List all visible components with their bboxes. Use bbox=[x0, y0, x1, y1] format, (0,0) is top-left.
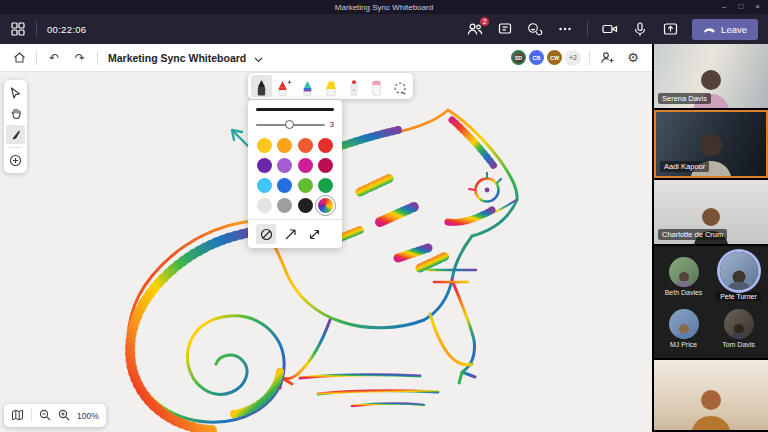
lasso-select[interactable] bbox=[389, 75, 410, 97]
pan-tool[interactable] bbox=[6, 104, 25, 123]
participant-video-tile[interactable]: Serena Davis bbox=[654, 44, 768, 108]
participants-sidebar: Serena Davis Aadi Kapoor Charlotte de Cr… bbox=[652, 44, 768, 432]
arrow-options bbox=[256, 224, 334, 244]
zoom-out-icon[interactable] bbox=[39, 407, 51, 425]
color-swatch[interactable] bbox=[257, 138, 272, 153]
presence-overflow-count[interactable]: +2 bbox=[565, 50, 581, 66]
participant-name: Tom Davis bbox=[722, 341, 755, 348]
insert-tool[interactable] bbox=[6, 151, 25, 170]
participant-name: Serena Davis bbox=[658, 93, 711, 104]
red-sparkle-pen[interactable] bbox=[274, 75, 295, 97]
avatar bbox=[669, 257, 699, 287]
zoom-in-icon[interactable] bbox=[58, 407, 70, 425]
thickness-slider[interactable] bbox=[256, 124, 325, 126]
leave-label: Leave bbox=[721, 24, 747, 35]
color-swatch[interactable] bbox=[318, 158, 333, 173]
redo-button[interactable]: ↷ bbox=[71, 49, 89, 67]
participant-name: Pete Turner bbox=[716, 292, 761, 301]
chat-icon[interactable] bbox=[497, 21, 513, 37]
avatar-speaking bbox=[720, 252, 758, 290]
audio-participant-speaking[interactable]: Pete Turner bbox=[711, 250, 766, 302]
color-swatches bbox=[256, 138, 334, 213]
camera-icon[interactable] bbox=[602, 21, 618, 37]
meeting-toolbar: 00:22:06 2 bbox=[0, 14, 768, 44]
board-title-chevron-icon[interactable] bbox=[254, 49, 263, 67]
reactions-icon[interactable] bbox=[527, 21, 543, 37]
home-button[interactable] bbox=[10, 49, 28, 67]
meeting-timer: 00:22:06 bbox=[47, 24, 86, 35]
minimap-icon[interactable] bbox=[11, 407, 24, 425]
board-title: Marketing Sync Whiteboard bbox=[108, 52, 246, 64]
color-swatch[interactable] bbox=[277, 178, 292, 193]
presence-avatars[interactable]: SD CB CW +2 bbox=[511, 50, 581, 66]
participants-badge: 2 bbox=[479, 16, 490, 27]
tool-rail bbox=[4, 80, 27, 173]
avatar bbox=[724, 309, 754, 339]
color-swatch[interactable] bbox=[277, 198, 292, 213]
microphone-icon[interactable] bbox=[632, 21, 648, 37]
presence-avatar[interactable]: SD bbox=[511, 50, 526, 65]
color-swatch[interactable] bbox=[298, 138, 313, 153]
participants-icon[interactable]: 2 bbox=[467, 21, 483, 37]
galaxy-pen[interactable] bbox=[297, 75, 318, 97]
color-swatch[interactable] bbox=[257, 198, 272, 213]
color-swatch[interactable] bbox=[298, 178, 313, 193]
audio-participant[interactable]: Tom Davis bbox=[711, 302, 766, 354]
maximize-button[interactable]: □ bbox=[738, 0, 743, 14]
close-button[interactable]: × bbox=[755, 0, 760, 14]
teams-window: Marketing Sync Whiteboard bbox=[0, 0, 768, 432]
participant-name: MJ Price bbox=[670, 341, 697, 348]
double-arrow-option[interactable] bbox=[304, 224, 324, 244]
zoom-bar: 100% bbox=[4, 404, 106, 427]
participant-name: Beth Davies bbox=[665, 289, 703, 296]
color-swatch[interactable] bbox=[277, 158, 292, 173]
participant-video-tile[interactable] bbox=[654, 360, 768, 430]
share-screen-icon[interactable] bbox=[662, 21, 678, 37]
rainbow-swatch-selected[interactable] bbox=[318, 198, 333, 213]
audio-participants-tile: Beth Davies Pete Turner MJ Price bbox=[654, 246, 768, 358]
participant-video-tile-active[interactable]: Aadi Kapoor bbox=[654, 110, 768, 178]
whiteboard-toolbar: ↶ ↷ Marketing Sync Whiteboard SD CB CW +… bbox=[0, 44, 652, 72]
audio-participant[interactable]: MJ Price bbox=[656, 302, 711, 354]
color-swatch[interactable] bbox=[318, 178, 333, 193]
zoom-level[interactable]: 100% bbox=[77, 411, 99, 421]
thickness-value: 3 bbox=[330, 120, 334, 129]
color-swatch[interactable] bbox=[257, 178, 272, 193]
no-arrow-option[interactable] bbox=[256, 224, 276, 244]
settings-gear-icon[interactable]: ⚙ bbox=[624, 49, 642, 67]
whiteboard-canvas[interactable]: 3 bbox=[0, 72, 652, 432]
invite-person-icon[interactable] bbox=[598, 49, 616, 67]
single-arrow-option[interactable] bbox=[280, 224, 300, 244]
black-pen[interactable] bbox=[251, 75, 272, 97]
color-swatch[interactable] bbox=[298, 198, 313, 213]
select-tool[interactable] bbox=[6, 83, 25, 102]
toolbar-divider bbox=[587, 21, 588, 37]
eraser[interactable] bbox=[366, 75, 387, 97]
minimize-button[interactable]: – bbox=[722, 0, 726, 14]
color-swatch[interactable] bbox=[277, 138, 292, 153]
toolbar-divider bbox=[36, 21, 37, 37]
yellow-highlighter[interactable] bbox=[320, 75, 341, 97]
window-title: Marketing Sync Whiteboard bbox=[335, 3, 433, 12]
presence-avatar[interactable]: CB bbox=[529, 50, 544, 65]
gallery-view-icon[interactable] bbox=[10, 21, 26, 37]
audio-participant[interactable]: Beth Davies bbox=[656, 250, 711, 302]
pen-gallery bbox=[248, 73, 413, 99]
undo-button[interactable]: ↶ bbox=[45, 49, 63, 67]
color-swatch[interactable] bbox=[318, 138, 333, 153]
more-options-icon[interactable] bbox=[557, 21, 573, 37]
titlebar: Marketing Sync Whiteboard bbox=[0, 0, 768, 14]
presence-avatar[interactable]: CW bbox=[547, 50, 562, 65]
stroke-preview bbox=[256, 108, 334, 111]
person-silhouette bbox=[683, 386, 739, 430]
ink-options-panel: 3 bbox=[248, 100, 342, 248]
leave-button[interactable]: Leave bbox=[692, 19, 758, 40]
participant-video-tile[interactable]: Charlotte de Crum bbox=[654, 180, 768, 244]
hang-up-icon bbox=[703, 26, 716, 33]
slider-thumb[interactable] bbox=[285, 120, 294, 129]
pen-tool[interactable] bbox=[6, 125, 25, 144]
color-swatch[interactable] bbox=[257, 158, 272, 173]
color-swatch[interactable] bbox=[298, 158, 313, 173]
participant-name: Aadi Kapoor bbox=[660, 161, 709, 172]
accent-pen[interactable] bbox=[343, 75, 364, 97]
